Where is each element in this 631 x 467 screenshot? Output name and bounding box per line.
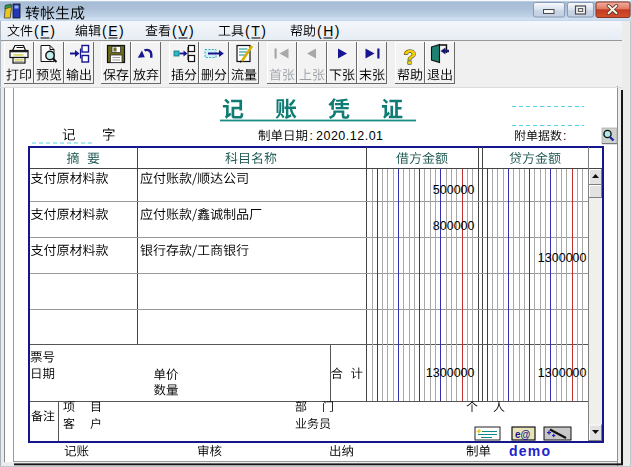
svg-text::: : — [563, 129, 566, 143]
svg-text:(V): (V) — [172, 23, 195, 39]
svg-text:2020.12.01: 2020.12.01 — [316, 129, 384, 143]
svg-text:1300000: 1300000 — [538, 366, 587, 380]
svg-text:(H): (H) — [317, 23, 341, 39]
svg-text:demo: demo — [509, 443, 551, 459]
svg-text::: : — [310, 129, 313, 143]
svg-text:800000: 800000 — [433, 219, 475, 233]
svg-text:(T): (T) — [245, 23, 267, 39]
svg-text:e@: e@ — [515, 429, 531, 440]
svg-text:500000: 500000 — [433, 183, 475, 197]
svg-text:(E): (E) — [102, 23, 125, 39]
svg-text:1300000: 1300000 — [426, 366, 475, 380]
svg-text:(F): (F) — [34, 23, 56, 39]
svg-text:1300000: 1300000 — [538, 251, 587, 265]
svg-text:?: ? — [404, 45, 417, 68]
